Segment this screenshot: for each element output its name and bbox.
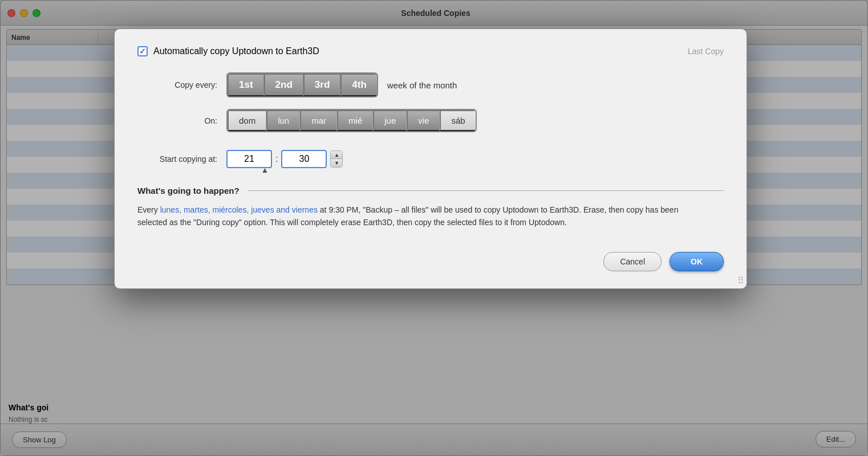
stepper-down-button[interactable]: ▼ [331,159,342,167]
start-copying-row: Start copying at: : ▲ ▼ ▲ [137,144,724,174]
week-suffix-label: week of the month [387,80,457,90]
section-divider [248,190,724,191]
week-btn-3rd[interactable]: 3rd [303,74,340,96]
section-header: What's going to happen? [137,186,724,196]
week-btn-1st[interactable]: 1st [228,74,264,96]
on-day-row: On: dom lun mar mié jue vie sáb [137,109,724,132]
week-btn-2nd[interactable]: 2nd [264,74,303,96]
caret-up-indicator: ▲ [261,165,269,174]
highlight-days: lunes, martes, miércoles, jueves and vie… [160,205,318,214]
week-btn-4th[interactable]: 4th [340,74,377,96]
description-text: Every lunes, martes, miércoles, jueves a… [137,203,708,229]
day-btn-mie[interactable]: mié [337,110,373,131]
auto-copy-label: Automatically copy Uptodown to Earth3D [153,46,319,56]
time-container: : ▲ ▼ [226,150,343,168]
day-buttons-group: dom lun mar mié jue vie sáb [226,109,477,132]
copy-every-label: Copy every: [137,80,217,89]
auto-copy-checkbox-container[interactable]: ✓ Automatically copy Uptodown to Earth3D [137,46,319,56]
resize-handle-icon[interactable]: ⠿ [737,275,744,286]
auto-copy-checkbox[interactable]: ✓ [137,46,148,56]
start-copying-label: Start copying at: [137,154,217,164]
modal-overlay: ✓ Automatically copy Uptodown to Earth3D… [0,0,868,456]
day-btn-jue[interactable]: jue [373,110,407,131]
checkmark-icon: ✓ [139,47,146,56]
copy-every-row: Copy every: 1st 2nd 3rd 4th week of the … [137,72,724,97]
time-stepper: ▲ ▼ [330,150,343,168]
checkbox-row: ✓ Automatically copy Uptodown to Earth3D… [137,46,724,56]
cancel-button[interactable]: Cancel [603,252,662,271]
day-btn-dom[interactable]: dom [228,110,266,131]
time-colon: : [275,154,278,164]
modal-footer: Cancel OK [137,252,724,271]
last-copy-label: Last Copy [688,47,724,56]
day-btn-sab[interactable]: sáb [440,110,475,131]
modal-dialog: ✓ Automatically copy Uptodown to Earth3D… [114,28,747,289]
day-btn-mar[interactable]: mar [300,110,337,131]
day-btn-vie[interactable]: vie [407,110,440,131]
week-buttons-group: 1st 2nd 3rd 4th [226,72,378,97]
stepper-up-button[interactable]: ▲ [331,151,342,159]
day-btn-lun[interactable]: lun [266,110,300,131]
section-title: What's going to happen? [137,186,240,196]
on-label: On: [137,116,217,125]
ok-button[interactable]: OK [670,252,724,271]
time-minute-input[interactable] [281,150,327,168]
